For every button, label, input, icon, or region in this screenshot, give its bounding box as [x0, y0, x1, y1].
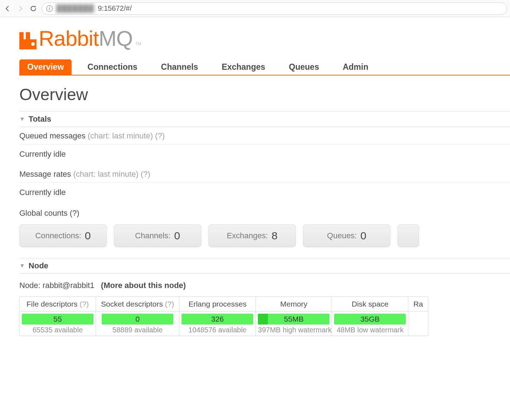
cell-ep: 326 1048576 available: [179, 312, 256, 336]
trademark: TM: [135, 41, 141, 46]
count-value: 0: [360, 230, 366, 242]
count-value: 0: [174, 230, 180, 242]
count-label: Channels:: [135, 231, 170, 240]
svg-point-3: [31, 42, 35, 46]
cell-extra: [408, 312, 428, 336]
th-memory: Memory: [256, 297, 332, 312]
address-bar[interactable]: i ███████ 9:15672/#/: [42, 3, 507, 15]
bar-value: 326: [182, 314, 253, 324]
queued-hint[interactable]: (chart: last minute) (?): [88, 131, 165, 140]
tab-channels[interactable]: Channels: [153, 59, 206, 75]
bar-subtext: 58889 available: [102, 326, 173, 334]
th-file-descriptors: File descriptors (?): [20, 297, 96, 312]
cell-mem: 55MB 397MB high watermark: [256, 312, 332, 336]
section-label: Node: [29, 261, 48, 270]
th-disk-space: Disk space: [332, 297, 408, 312]
rates-idle: Currently idle: [19, 183, 510, 204]
count-connections[interactable]: Connections: 0: [19, 224, 107, 247]
th-erlang-processes: Erlang processes: [179, 297, 256, 312]
forward-button[interactable]: [16, 4, 25, 13]
count-value: 0: [85, 230, 91, 242]
tab-overview[interactable]: Overview: [19, 59, 72, 75]
queued-label: Queued messages: [19, 131, 86, 140]
chevron-down-icon: ▼: [19, 263, 25, 269]
global-counts: Connections: 0 Channels: 0 Exchanges: 8 …: [19, 224, 510, 247]
chevron-down-icon: ▼: [19, 116, 25, 122]
count-label: Exchanges:: [227, 231, 268, 240]
help-icon[interactable]: (?): [165, 300, 174, 308]
reload-button[interactable]: [29, 4, 38, 13]
section-totals-header[interactable]: ▼ Totals: [19, 111, 510, 127]
global-label: Global counts: [19, 209, 68, 218]
cell-sd: 0 58889 available: [96, 312, 179, 336]
bar-value: 55MB: [258, 314, 329, 324]
main-tabs: Overview Connections Channels Exchanges …: [19, 59, 510, 75]
th-extra: Ra: [408, 297, 428, 312]
tab-connections[interactable]: Connections: [80, 59, 145, 75]
site-info-icon[interactable]: i: [46, 5, 53, 12]
node-prefix: Node:: [19, 281, 43, 290]
queued-messages-row: Queued messages (chart: last minute) (?): [19, 127, 510, 145]
bar-subtext: 1048576 available: [182, 326, 253, 334]
tab-exchanges[interactable]: Exchanges: [214, 59, 273, 75]
url-obscured: ███████: [56, 4, 94, 13]
global-hint[interactable]: (?): [70, 209, 80, 218]
section-label: Totals: [29, 114, 51, 124]
table-row: 55 65535 available 0 58889 available 326…: [20, 312, 428, 336]
bar-value: 0: [102, 314, 173, 324]
rabbitmq-logo-icon: [19, 32, 37, 49]
tab-queues[interactable]: Queues: [281, 59, 327, 75]
page-title: Overview: [19, 85, 510, 104]
count-value: 8: [271, 230, 278, 242]
bar-value: 55: [22, 314, 93, 324]
th-socket-descriptors: Socket descriptors (?): [96, 297, 179, 312]
message-rates-row: Message rates (chart: last minute) (?): [19, 165, 510, 183]
count-exchanges[interactable]: Exchanges: 8: [208, 224, 296, 247]
more-about-node-link[interactable]: (More about this node): [101, 281, 186, 290]
count-queues[interactable]: Queues: 0: [303, 224, 390, 247]
global-counts-row: Global counts (?): [19, 204, 510, 224]
rates-label: Message rates: [19, 170, 71, 179]
rates-hint[interactable]: (chart: last minute) (?): [73, 170, 150, 179]
node-stats-table: File descriptors (?) Socket descriptors …: [19, 297, 428, 336]
cell-fd: 55 65535 available: [20, 312, 96, 336]
bar-subtext: 65535 available: [22, 326, 93, 334]
browser-chrome: i ███████ 9:15672/#/: [0, 0, 510, 17]
logo: RabbitMQ TM: [19, 28, 510, 49]
logo-text: RabbitMQ: [39, 28, 133, 49]
node-name: rabbit@rabbit1: [43, 281, 95, 290]
count-extra[interactable]: [398, 224, 419, 247]
count-channels[interactable]: Channels: 0: [114, 224, 201, 247]
table-header-row: File descriptors (?) Socket descriptors …: [20, 297, 428, 312]
back-button[interactable]: [3, 4, 12, 13]
bar-subtext: 397MB high watermark: [258, 326, 329, 334]
cell-disk: 35GB 48MB low watermark: [332, 312, 408, 336]
queued-idle: Currently idle: [19, 145, 510, 165]
section-node-header[interactable]: ▼ Node: [19, 258, 510, 274]
help-icon[interactable]: (?): [80, 300, 89, 308]
count-label: Queues:: [327, 231, 357, 240]
node-name-line: Node: rabbit@rabbit1 (More about this no…: [19, 281, 510, 290]
bar-subtext: 48MB low watermark: [334, 326, 406, 334]
count-label: Connections:: [35, 231, 81, 240]
url-suffix: 9:15672/#/: [98, 4, 132, 13]
bar-value: 35GB: [334, 314, 406, 324]
tab-admin[interactable]: Admin: [335, 59, 376, 75]
